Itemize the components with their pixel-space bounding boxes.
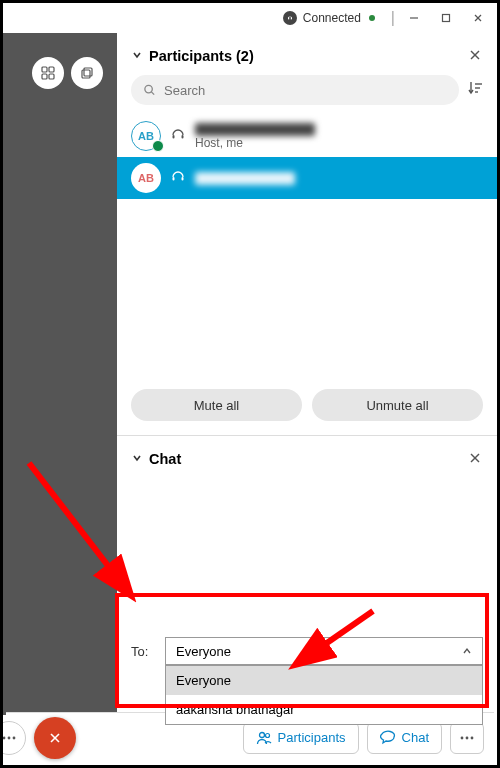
participant-info: Host, me — [195, 123, 315, 150]
video-grid-panel — [3, 33, 117, 715]
svg-line-13 — [151, 92, 154, 95]
divider: | — [391, 9, 395, 27]
svg-rect-20 — [173, 177, 175, 181]
participant-subtext: Host, me — [195, 136, 315, 150]
svg-point-24 — [3, 736, 6, 739]
chat-title: Chat — [149, 451, 469, 467]
svg-rect-4 — [42, 67, 47, 72]
participant-name-redacted — [195, 172, 295, 185]
maximize-button[interactable] — [433, 8, 459, 28]
chat-icon — [380, 730, 396, 746]
unmute-all-button[interactable]: Unmute all — [312, 389, 483, 421]
headset-icon — [171, 169, 185, 187]
to-selected-value: Everyone — [176, 644, 231, 659]
side-panel: Participants (2) AB Ho — [117, 33, 497, 715]
leave-call-button[interactable] — [34, 717, 76, 759]
svg-rect-19 — [182, 135, 184, 139]
svg-point-26 — [13, 736, 16, 739]
svg-rect-21 — [182, 177, 184, 181]
participant-row-selected[interactable]: AB — [117, 157, 497, 199]
participants-icon — [256, 730, 272, 746]
participants-button[interactable]: Participants — [243, 722, 359, 754]
headset-icon — [171, 127, 185, 145]
to-option-everyone[interactable]: Everyone — [166, 666, 482, 695]
avatar: AB — [131, 121, 161, 151]
svg-point-12 — [145, 85, 152, 92]
avatar-initials: AB — [138, 130, 154, 142]
window-close-button[interactable] — [465, 8, 491, 28]
participant-name-redacted — [195, 123, 315, 136]
mute-all-button[interactable]: Mute all — [131, 389, 302, 421]
search-icon — [143, 83, 156, 97]
search-input[interactable] — [131, 75, 459, 105]
svg-point-29 — [259, 732, 264, 737]
svg-point-33 — [471, 736, 474, 739]
to-option-user[interactable]: aakansha bhatnagar — [166, 695, 482, 724]
svg-rect-7 — [49, 74, 54, 79]
spacer — [117, 199, 497, 379]
svg-rect-9 — [84, 68, 92, 76]
chat-close-button[interactable] — [469, 450, 481, 468]
popout-button[interactable] — [71, 57, 103, 89]
participants-close-button[interactable] — [469, 47, 481, 65]
avatar-initials: AB — [138, 172, 154, 184]
participants-button-label: Participants — [278, 730, 346, 745]
chat-section: Chat To: Everyone En — [117, 435, 497, 715]
search-field[interactable] — [164, 83, 447, 98]
search-row — [117, 75, 497, 115]
to-label: To: — [131, 644, 157, 659]
more-options-left-button[interactable] — [0, 721, 26, 755]
chat-to-block: To: Everyone En Everyone aakansha bhatna… — [117, 637, 497, 715]
svg-point-30 — [265, 733, 269, 737]
chevron-down-icon[interactable] — [131, 47, 143, 65]
avatar: AB — [131, 163, 161, 193]
mute-controls: Mute all Unmute all — [117, 379, 497, 435]
svg-rect-5 — [49, 67, 54, 72]
to-select[interactable]: Everyone — [165, 637, 483, 665]
svg-rect-1 — [443, 15, 450, 22]
chevron-up-icon — [462, 646, 472, 656]
svg-rect-18 — [173, 135, 175, 139]
to-dropdown: Everyone aakansha bhatnagar — [165, 665, 483, 725]
participants-header: Participants (2) — [117, 33, 497, 75]
main-area: Participants (2) AB Ho — [3, 33, 497, 715]
svg-rect-6 — [42, 74, 47, 79]
participant-info — [195, 172, 295, 185]
chat-button-label: Chat — [402, 730, 429, 745]
connected-icon — [283, 11, 297, 25]
chat-header: Chat — [117, 436, 497, 478]
status-dot-icon — [369, 15, 375, 21]
title-bar: Connected | — [3, 3, 497, 33]
minimize-button[interactable] — [401, 8, 427, 28]
svg-point-31 — [461, 736, 464, 739]
svg-point-25 — [8, 736, 11, 739]
participants-title: Participants (2) — [149, 48, 469, 64]
chat-button[interactable]: Chat — [367, 722, 442, 754]
svg-point-32 — [466, 736, 469, 739]
connected-label: Connected — [303, 11, 361, 25]
host-badge-icon — [152, 140, 164, 152]
chevron-down-icon[interactable] — [131, 450, 143, 468]
participant-row-host[interactable]: AB Host, me — [117, 115, 497, 157]
sort-button[interactable] — [467, 80, 483, 100]
svg-rect-8 — [82, 70, 90, 78]
chat-messages-area — [117, 478, 497, 637]
more-options-right-button[interactable] — [450, 722, 484, 754]
grid-view-button[interactable] — [32, 57, 64, 89]
